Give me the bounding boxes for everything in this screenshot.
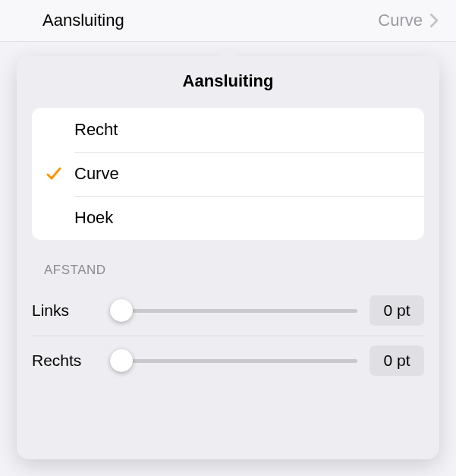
option-label: Hoek (74, 208, 113, 228)
option-label: Curve (74, 164, 119, 184)
rechts-slider[interactable] (112, 348, 357, 373)
links-value-field[interactable]: 0 pt (370, 295, 424, 326)
links-slider[interactable] (112, 298, 357, 323)
popover-title: Aansluiting (17, 71, 439, 91)
chevron-right-icon (430, 14, 438, 27)
aansluiting-popover: Aansluiting Recht Curve Hoek AFSTAND Lin… (17, 56, 439, 459)
section-label-afstand: AFSTAND (17, 240, 439, 285)
checkmark-icon (46, 165, 62, 182)
slider-track (112, 359, 357, 363)
slider-label: Links (32, 301, 100, 320)
option-curve[interactable]: Curve (32, 152, 424, 196)
slider-label: Rechts (32, 351, 100, 370)
slider-track (112, 309, 357, 313)
option-recht[interactable]: Recht (32, 108, 424, 152)
parent-row-aansluiting[interactable]: Aansluiting Curve (0, 0, 456, 42)
slider-row-rechts: Rechts 0 pt (32, 336, 424, 386)
option-hoek[interactable]: Hoek (32, 196, 424, 240)
parent-row-value-wrap: Curve (378, 11, 438, 30)
check-slot (46, 165, 74, 182)
slider-thumb[interactable] (110, 299, 133, 322)
parent-row-label: Aansluiting (42, 11, 124, 30)
slider-row-links: Links 0 pt (32, 285, 424, 336)
parent-row-value: Curve (378, 11, 423, 30)
connection-type-list: Recht Curve Hoek (32, 108, 424, 240)
rechts-value-field[interactable]: 0 pt (370, 345, 424, 376)
option-label: Recht (74, 120, 118, 140)
slider-thumb[interactable] (110, 349, 133, 372)
distance-sliders: Links 0 pt Rechts 0 pt (17, 285, 439, 386)
